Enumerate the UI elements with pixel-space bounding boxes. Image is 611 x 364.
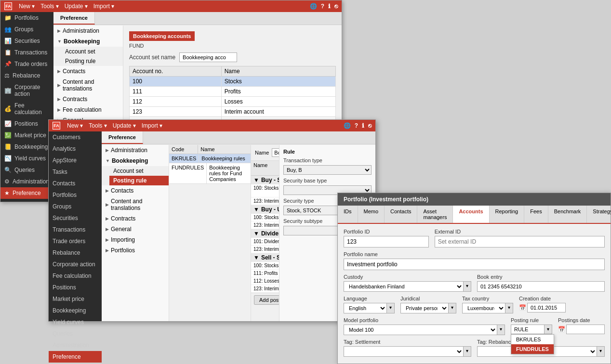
- calendar-icon[interactable]: 📅: [519, 304, 526, 311]
- sidebar-contacts-2[interactable]: Contacts: [49, 178, 102, 189]
- language-select[interactable]: English: [344, 303, 387, 313]
- tree-accountset-1[interactable]: Account set: [61, 47, 123, 56]
- menu-import-2[interactable]: Import ▾: [142, 122, 162, 129]
- menu-tools-2[interactable]: Tools ▾: [89, 122, 106, 129]
- tab-fees[interactable]: Fees: [524, 206, 548, 223]
- tab-contacts[interactable]: Contacts: [385, 206, 417, 223]
- sidebar-item-groups-1[interactable]: 👥 Groups: [0, 24, 53, 35]
- sidebar-item-marketprice-1[interactable]: 💹 Market price: [0, 130, 53, 141]
- sidebar-item-securities-1[interactable]: 📊 Securities: [0, 35, 53, 47]
- tree-contacts-2[interactable]: ▶ Contacts: [102, 185, 169, 196]
- juridical-arrow[interactable]: ▾: [449, 303, 456, 313]
- logout-icon[interactable]: ⎋: [334, 3, 338, 10]
- menu-new-2[interactable]: New ▾: [67, 122, 83, 129]
- help-icon-2[interactable]: ?: [355, 122, 358, 129]
- sidebar-transactions-2[interactable]: Transactions: [49, 224, 102, 235]
- model-portfolio-select[interactable]: Model 100: [344, 325, 497, 335]
- tree-contracts-1[interactable]: ▶ Contracts: [53, 94, 123, 104]
- portfolio-id-input[interactable]: [344, 236, 429, 247]
- sidebar-item-tradeorders-1[interactable]: 📌 Trade orders: [0, 58, 53, 70]
- table-row[interactable]: 111 Profits: [130, 87, 336, 97]
- tree-contracts-2[interactable]: ▶ Contracts: [102, 213, 169, 224]
- table-row[interactable]: 100 Stocks: [130, 77, 336, 87]
- sidebar-preference-2[interactable]: Preference: [49, 351, 102, 363]
- info-icon[interactable]: ℹ: [328, 3, 331, 10]
- sidebar-tasks-2[interactable]: Tasks: [49, 166, 102, 178]
- info-icon-2[interactable]: ℹ: [362, 122, 364, 129]
- tag-settlement-select[interactable]: [344, 346, 464, 357]
- tree-postingrule-2[interactable]: Posting rule: [109, 176, 169, 185]
- sidebar-item-corporate-1[interactable]: 🏢 Corporate action: [0, 81, 53, 100]
- menu-update-1[interactable]: Update ▾: [65, 3, 88, 10]
- juridical-select[interactable]: Private person: [400, 303, 449, 313]
- menu-import-1[interactable]: Import ▾: [93, 3, 114, 10]
- tag-rebalance-arrow[interactable]: ▾: [597, 346, 605, 357]
- tree-bookkeeping-1[interactable]: ▼ Bookkeeping: [53, 36, 123, 47]
- sidebar-fee-2[interactable]: Fee calculation: [49, 270, 102, 282]
- calendar-icon-2[interactable]: 📅: [558, 326, 565, 333]
- bkr-row[interactable]: FUNDRULES Bookkeeping rules for Fund Com…: [169, 163, 251, 184]
- tree-content-1[interactable]: ▶ Content and translations: [53, 77, 123, 94]
- tree-general-2[interactable]: ▶ General: [102, 224, 169, 234]
- help-icon[interactable]: ?: [321, 3, 324, 10]
- tree-content-2[interactable]: ▶ Content and translations: [102, 196, 169, 213]
- tab-strategy[interactable]: Strategy: [587, 206, 611, 223]
- tree-accountset-2[interactable]: Account set: [109, 166, 169, 176]
- tab-asset-managers[interactable]: Asset managers: [417, 206, 453, 223]
- tree-portfolios-2[interactable]: ▶ Portfolios: [102, 245, 169, 256]
- sidebar-queries-2[interactable]: Queries: [49, 328, 102, 339]
- expand-icon[interactable]: ▼: [253, 230, 259, 237]
- tree-bk-2[interactable]: ▼ Bookkeeping: [102, 156, 169, 166]
- sidebar-item-yieldcurves-1[interactable]: 📉 Yield curves: [0, 153, 53, 164]
- account-set-name-input[interactable]: [179, 52, 237, 62]
- tree-feecalc-1[interactable]: ▶ Fee calculation: [53, 104, 123, 115]
- tab-benchmark[interactable]: Benchmark: [548, 206, 587, 223]
- sidebar-customers-2[interactable]: Customers: [49, 131, 102, 143]
- model-arrow[interactable]: ▾: [497, 325, 505, 335]
- sidebar-groups-2[interactable]: Groups: [49, 201, 102, 212]
- expand-icon[interactable]: ▼: [253, 206, 259, 213]
- sidebar-marketprice-2[interactable]: Market price: [49, 293, 102, 305]
- sidebar-bookkeeping-2[interactable]: Bookkeeping: [49, 305, 102, 316]
- tree-administration-1[interactable]: ▶ Administration: [53, 26, 123, 36]
- posting-rule-input[interactable]: [511, 325, 545, 334]
- menu-new-1[interactable]: New ▾: [19, 3, 35, 10]
- expand-icon[interactable]: ▼: [253, 177, 259, 183]
- portfolio-name-input[interactable]: [344, 259, 605, 270]
- pref-tab-1[interactable]: Preference: [53, 12, 95, 25]
- language-arrow[interactable]: ▾: [387, 303, 395, 313]
- sidebar-item-bookkeeping-1[interactable]: 📒 Bookkeeping: [0, 141, 53, 153]
- sidebar-corporate-2[interactable]: Corporate action: [49, 259, 102, 270]
- sidebar-administration-2[interactable]: Administration: [49, 339, 102, 351]
- sidebar-positions-2[interactable]: Positions: [49, 282, 102, 293]
- tree-importing-2[interactable]: ▶ Importing: [102, 234, 169, 245]
- sidebar-item-queries-1[interactable]: 🔍 Queries: [0, 164, 53, 176]
- tab-memo[interactable]: Memo: [358, 206, 385, 223]
- tag-settlement-arrow[interactable]: ▾: [464, 346, 471, 357]
- sidebar-analytics-2[interactable]: Analytics: [49, 143, 102, 155]
- sidebar-portfolios-2[interactable]: Portfolios: [49, 189, 102, 201]
- globe-icon[interactable]: 🌐: [310, 3, 317, 10]
- custody-select[interactable]: Handelsbanken Finland: [344, 281, 464, 292]
- menu-update-2[interactable]: Update ▾: [113, 122, 136, 129]
- sidebar-item-preference-1[interactable]: ★ Preference: [0, 187, 53, 199]
- tab-reporting[interactable]: Reporting: [490, 206, 525, 223]
- logout-icon-2[interactable]: ⎋: [368, 122, 372, 129]
- tax-country-select[interactable]: Luxembourg: [462, 303, 505, 313]
- sidebar-item-portfolios-1[interactable]: 📁 Portfolios: [0, 12, 53, 24]
- globe-icon-2[interactable]: 🌐: [344, 122, 351, 129]
- tree-postingrule-1[interactable]: Posting rule: [61, 56, 123, 66]
- tree-contacts-1[interactable]: ▶ Contacts: [53, 66, 123, 77]
- transaction-type-select[interactable]: Buy, B: [283, 165, 372, 175]
- sidebar-item-positions-1[interactable]: 📈 Positions: [0, 118, 53, 130]
- dropdown-item-bkrules[interactable]: BKRULES: [511, 335, 554, 344]
- custody-arrow[interactable]: ▾: [464, 281, 471, 292]
- book-entry-input[interactable]: [477, 281, 605, 292]
- sidebar-appstore-2[interactable]: AppStore: [49, 155, 102, 166]
- menu-tools-1[interactable]: Tools ▾: [40, 3, 58, 10]
- posting-rule-arrow[interactable]: ▾: [545, 325, 552, 334]
- creation-date-input[interactable]: [527, 303, 566, 312]
- sidebar-item-administration-1[interactable]: ⚙ Administration: [0, 176, 53, 187]
- tab-accounts[interactable]: Accounts: [453, 206, 489, 223]
- sidebar-tradeorders-2[interactable]: Trade orders: [49, 235, 102, 247]
